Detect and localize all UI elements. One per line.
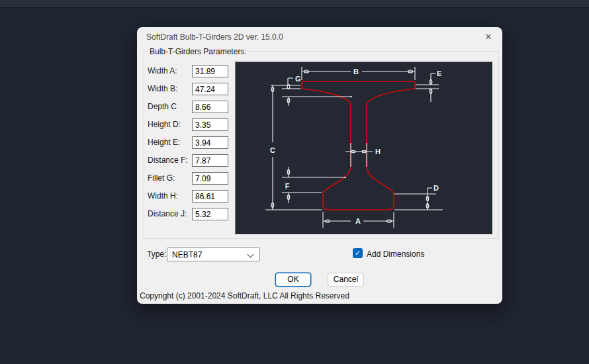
dim-label-f: F — [285, 182, 290, 190]
girder-preview-canvas: B G — [235, 62, 493, 235]
bulb-t-girders-dialog: SoftDraft Bulb-T-Girders 2D ver. 15.0.0 … — [137, 27, 502, 304]
height-d-input[interactable] — [192, 118, 228, 131]
depth-c-label: Depth C — [148, 102, 190, 113]
width-a-label: Width A: — [148, 66, 190, 77]
desktop: SoftDraft Bulb-T-Girders 2D ver. 15.0.0 … — [0, 0, 589, 364]
distance-j-label: Distance J: — [148, 209, 190, 220]
close-icon[interactable]: ✕ — [482, 31, 494, 43]
fillet-g-input[interactable] — [192, 172, 228, 185]
dim-label-d: D — [433, 184, 439, 192]
height-e-label: Height E: — [148, 138, 190, 148]
fillet-g-label: Fillet G: — [148, 173, 190, 184]
cancel-button[interactable]: Cancel — [328, 273, 364, 287]
add-dimensions-label: Add Dimensions — [367, 250, 424, 259]
dim-label-h: H — [375, 148, 381, 156]
width-h-label: Width H: — [148, 191, 190, 202]
dim-label-c: C — [270, 146, 275, 154]
chevron-down-icon — [248, 251, 254, 258]
distance-f-label: Distance F: — [148, 156, 190, 166]
width-b-input[interactable] — [192, 83, 228, 95]
width-h-input[interactable] — [192, 190, 228, 203]
depth-c-input[interactable] — [192, 101, 228, 113]
width-b-label: Width B: — [148, 84, 190, 95]
distance-f-input[interactable] — [192, 154, 228, 167]
ok-button[interactable]: OK — [275, 273, 311, 287]
parameters-group-label: Bulb-T-Girders Parameters: — [148, 47, 249, 56]
desktop-titlebar-strip — [0, 0, 589, 8]
dim-label-g: G — [295, 75, 301, 83]
copyright-text: Copyright (c) 2001-2024 SoftDraft, LLC A… — [140, 291, 349, 300]
add-dimensions-checkbox[interactable]: ✓ — [353, 248, 363, 258]
height-d-label: Height D: — [148, 120, 190, 130]
dialog-titlebar[interactable]: SoftDraft Bulb-T-Girders 2D ver. 15.0.0 … — [137, 27, 502, 46]
dim-label-e: E — [437, 69, 441, 77]
type-label: Type: — [147, 250, 166, 259]
height-e-input[interactable] — [192, 136, 228, 149]
width-a-input[interactable] — [192, 65, 228, 77]
distance-j-input[interactable] — [192, 208, 228, 220]
type-select[interactable]: NEBT87 — [167, 248, 260, 261]
dialog-title: SoftDraft Bulb-T-Girders 2D ver. 15.0.0 — [146, 32, 283, 42]
dim-label-b: B — [353, 68, 359, 75]
type-select-value: NEBT87 — [172, 250, 202, 259]
check-icon: ✓ — [355, 249, 361, 257]
dim-label-a: A — [355, 217, 361, 225]
